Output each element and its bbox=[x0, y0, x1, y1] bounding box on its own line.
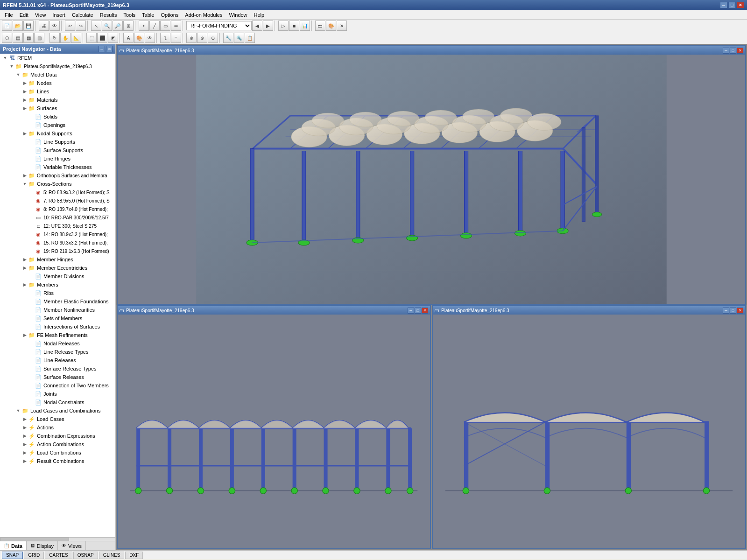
status-osnap[interactable]: OSNAP bbox=[73, 552, 98, 559]
tree-item-joints[interactable]: ▶ 📄 Joints bbox=[0, 390, 115, 398]
tb-shade[interactable]: ◩ bbox=[108, 33, 118, 43]
tree-item-loadcombinations[interactable]: ▶ ⚡ Load Combinations bbox=[0, 448, 115, 457]
mdi-content-3d[interactable] bbox=[118, 55, 745, 304]
tree-item-surfacesupports[interactable]: ▶ 📄 Surface Supports bbox=[0, 146, 115, 154]
tb-x[interactable]: ✕ bbox=[337, 21, 347, 31]
tb-prev[interactable]: ◀ bbox=[252, 21, 262, 31]
tb-side-view[interactable]: ▧ bbox=[34, 33, 44, 43]
tb-zoom-fit[interactable]: ⊞ bbox=[123, 21, 134, 31]
tree-item-materials[interactable]: ▶ 📁 Materials bbox=[0, 96, 115, 104]
tb-new[interactable]: 📄 bbox=[2, 21, 12, 31]
mdi-minimize-front[interactable]: ─ bbox=[408, 308, 414, 314]
mdi-close-side[interactable]: ✕ bbox=[737, 308, 743, 314]
tb-load[interactable]: ⤵ bbox=[160, 33, 170, 43]
tb-snap2[interactable]: ⊗ bbox=[197, 33, 207, 43]
tb-run[interactable]: ▷ bbox=[278, 21, 289, 31]
tb-3d[interactable]: 🗃 bbox=[315, 21, 325, 31]
menu-help[interactable]: Help bbox=[251, 11, 268, 19]
tb-measure[interactable]: 📐 bbox=[71, 33, 81, 43]
menu-addon[interactable]: Add-on Modules bbox=[182, 11, 225, 19]
tree-item-rfem[interactable]: ▼ 🏗 RFEM bbox=[0, 54, 115, 62]
tb-node[interactable]: • bbox=[139, 21, 149, 31]
tree-item-actioncombinations[interactable]: ▶ ⚡ Action Combinations bbox=[0, 440, 115, 448]
tree-item-members[interactable]: ▶ 📁 Members bbox=[0, 280, 115, 289]
tb-hide[interactable]: 👁 bbox=[145, 33, 155, 43]
tree-item-openings[interactable]: ▶ 📄 Openings bbox=[0, 121, 115, 129]
tb-redo[interactable]: ↪ bbox=[76, 21, 86, 31]
tree-item-nodalreleases[interactable]: ▶ 📄 Nodal Releases bbox=[0, 339, 115, 348]
menu-calculate[interactable]: Calculate bbox=[69, 11, 96, 19]
tree-item-lines[interactable]: ▶ 📁 Lines bbox=[0, 87, 115, 96]
tree-item-combexpressions[interactable]: ▶ ⚡ Combination Expressions bbox=[0, 432, 115, 440]
tree-item-femesh[interactable]: ▶ 📁 FE Mesh Refinements bbox=[0, 331, 115, 339]
tree-item-memberelastic[interactable]: ▶ 📄 Member Elastic Foundations bbox=[0, 297, 115, 306]
tb-print[interactable]: 🖨 bbox=[39, 21, 49, 31]
tree-item-membereccentricities[interactable]: ▶ 📁 Member Eccentricities bbox=[0, 264, 115, 272]
nav-minimize-btn[interactable]: ─ bbox=[99, 46, 105, 52]
tree-item-connectiontwomembers[interactable]: ▶ 📄 Connection of Two Members bbox=[0, 381, 115, 390]
mdi-content-front[interactable] bbox=[118, 315, 430, 548]
tb-extras3[interactable]: 📋 bbox=[245, 33, 255, 43]
mdi-maximize-side[interactable]: □ bbox=[730, 308, 736, 314]
tb-select[interactable]: ↖ bbox=[91, 21, 101, 31]
tree-item-cs19[interactable]: ▶ ◉ 19: RO 219.1x6.3 (Hot Formed) bbox=[0, 247, 115, 255]
tree-item-ribs[interactable]: ▶ 📄 Ribs bbox=[0, 289, 115, 297]
tree-item-linesupports[interactable]: ▶ 📄 Line Supports bbox=[0, 138, 115, 146]
tree-item-cs15[interactable]: ▶ ◉ 15: RO 60.3x3.2 (Hot Formed); bbox=[0, 238, 115, 247]
mdi-minimize-side[interactable]: ─ bbox=[723, 308, 729, 314]
mdi-close-main[interactable]: ✕ bbox=[737, 48, 743, 54]
tb-extras1[interactable]: 🔧 bbox=[223, 33, 233, 43]
menu-file[interactable]: File bbox=[2, 11, 16, 19]
menu-results[interactable]: Results bbox=[97, 11, 120, 19]
tb-solid[interactable]: ⬛ bbox=[97, 33, 107, 43]
tree-item-resultcombinations[interactable]: ▶ ⚡ Result Combinations bbox=[0, 457, 115, 465]
tb-result2[interactable]: ≡ bbox=[171, 33, 181, 43]
tree-item-cs5[interactable]: ▶ ◉ 5: RO 88.9x3.2 (Hot Formed); S bbox=[0, 188, 115, 196]
tree-item-cs14[interactable]: ▶ ◉ 14: RO 88.9x3.2 (Hot Formed); bbox=[0, 230, 115, 238]
status-grid[interactable]: GRID bbox=[24, 552, 44, 559]
tree-item-loadcasesitem[interactable]: ▶ ⚡ Load Cases bbox=[0, 415, 115, 423]
tree-item-cs7[interactable]: ▶ ◉ 7: RO 88.9x5.0 (Hot Formed); S bbox=[0, 196, 115, 205]
tb-undo[interactable]: ↩ bbox=[65, 21, 75, 31]
minimize-btn[interactable]: ─ bbox=[720, 2, 727, 8]
tb-front-view[interactable]: ▤ bbox=[13, 33, 23, 43]
tree-item-cs12[interactable]: ▶ ⊏ 12: UPE 300; Steel S 275 bbox=[0, 222, 115, 230]
tb-snap3[interactable]: ⊙ bbox=[208, 33, 218, 43]
tb-wireframe[interactable]: ⬚ bbox=[86, 33, 97, 43]
status-snap[interactable]: SNAP bbox=[2, 552, 23, 559]
menu-tools[interactable]: Tools bbox=[120, 11, 138, 19]
close-btn[interactable]: ✕ bbox=[737, 2, 744, 8]
tree-item-nodalconstraints[interactable]: ▶ 📄 Nodal Constraints bbox=[0, 398, 115, 406]
nav-tab-data[interactable]: 📋 Data bbox=[0, 541, 27, 550]
tb-pan[interactable]: ✋ bbox=[60, 33, 70, 43]
mdi-maximize-front[interactable]: □ bbox=[415, 308, 421, 314]
tree-item-variablethick[interactable]: ▶ 📄 Variable Thicknesses bbox=[0, 163, 115, 171]
tb-next[interactable]: ▶ bbox=[263, 21, 273, 31]
tree-item-cs8[interactable]: ▶ ◉ 8: RO 139.7x4.0 (Hot Formed); bbox=[0, 205, 115, 213]
nav-tab-views[interactable]: 👁 Views bbox=[58, 541, 86, 550]
tree-item-modeldata[interactable]: ▼ 📁 Model Data bbox=[0, 70, 115, 79]
tree-item-nodalsupports[interactable]: ▶ 📁 Nodal Supports bbox=[0, 129, 115, 138]
module-dropdown[interactable]: RF-FORM-FINDING bbox=[186, 21, 252, 30]
nav-scroll-area[interactable] bbox=[0, 537, 115, 541]
tree-item-surfaces[interactable]: ▶ 📁 Surfaces bbox=[0, 104, 115, 112]
tree-item-intersections[interactable]: ▶ 📄 Intersections of Surfaces bbox=[0, 322, 115, 331]
nav-close-btn[interactable]: ✕ bbox=[106, 46, 113, 52]
menu-edit[interactable]: Edit bbox=[17, 11, 31, 19]
nav-tab-display[interactable]: 🖥 Display bbox=[27, 541, 58, 550]
tb-extras2[interactable]: 🔩 bbox=[234, 33, 244, 43]
tb-member[interactable]: ═ bbox=[171, 21, 181, 31]
tb-surface[interactable]: ▭ bbox=[160, 21, 170, 31]
tree-item-cs10[interactable]: ▶ ▭ 10: RRO-PAR 300/200/6/12.5/7 bbox=[0, 213, 115, 222]
tree-item-surfacereleases[interactable]: ▶ 📄 Surface Releases bbox=[0, 373, 115, 381]
mdi-maximize-main[interactable]: □ bbox=[730, 48, 736, 54]
tb-iso[interactable]: ⬡ bbox=[2, 33, 12, 43]
tb-preview[interactable]: 👁 bbox=[49, 21, 60, 31]
tb-zoom-in[interactable]: 🔍 bbox=[102, 21, 112, 31]
tb-snap1[interactable]: ⊕ bbox=[186, 33, 197, 43]
tb-render[interactable]: 🎨 bbox=[326, 21, 336, 31]
mdi-minimize-main[interactable]: ─ bbox=[723, 48, 729, 54]
tree-item-actions[interactable]: ▶ ⚡ Actions bbox=[0, 423, 115, 432]
tree-item-membernonlinear[interactable]: ▶ 📄 Member Nonlinearities bbox=[0, 306, 115, 314]
tree-item-project[interactable]: ▼ 📁 PlateauSportifMayotte_219ep6.3 bbox=[0, 62, 115, 70]
